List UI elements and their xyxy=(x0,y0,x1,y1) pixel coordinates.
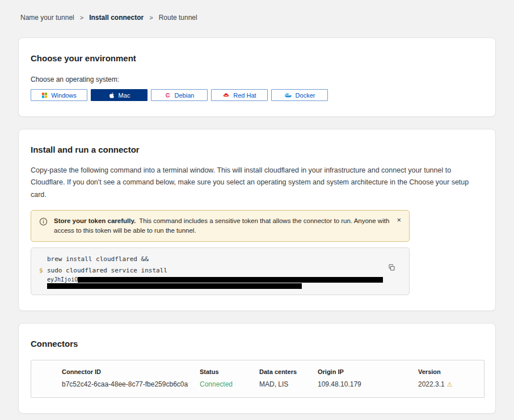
windows-icon xyxy=(41,92,48,98)
data-centers-cell: MAD, LIS xyxy=(259,380,318,388)
redhat-icon xyxy=(222,91,230,99)
header-version: Version xyxy=(418,368,484,375)
version-warning-icon: ⚠ xyxy=(447,381,453,388)
install-card-title: Install and run a connector xyxy=(31,145,483,154)
warning-title: Store your token carefully. xyxy=(54,217,136,224)
os-button-label: Mac xyxy=(119,92,130,99)
install-command-code-block: brew install cloudflared && $ sudo cloud… xyxy=(31,247,410,295)
connectors-card: Connectors Connector ID Status Data cent… xyxy=(18,323,496,414)
redacted-token-bar xyxy=(47,283,302,289)
os-button-windows[interactable]: Windows xyxy=(31,89,87,101)
close-icon[interactable]: × xyxy=(395,216,402,224)
status-badge: Connected xyxy=(200,380,259,388)
header-origin-ip: Origin IP xyxy=(318,368,418,375)
os-button-label: Windows xyxy=(51,92,77,99)
breadcrumb-step-route-tunnel[interactable]: Route tunnel xyxy=(159,14,197,22)
version-cell: 2022.3.1⚠ xyxy=(418,380,484,388)
environment-card: Choose your environment Choose an operat… xyxy=(18,37,496,117)
connector-id-cell: b7c52c42-6caa-48ee-8c77-fbe259cb6c0a xyxy=(62,380,200,388)
header-status: Status xyxy=(200,368,259,375)
code-line-2: sudo cloudflared service install xyxy=(47,265,167,276)
info-icon xyxy=(39,216,48,236)
os-button-label: Debian xyxy=(175,92,195,99)
os-button-docker[interactable]: Docker xyxy=(271,89,328,101)
os-button-debian[interactable]: Debian xyxy=(151,89,208,101)
connectors-table: Connector ID Status Data centers Origin … xyxy=(31,360,484,398)
token-warning-banner: Store your token carefully. This command… xyxy=(31,210,410,242)
redacted-token-bar xyxy=(78,277,383,283)
table-header-row: Connector ID Status Data centers Origin … xyxy=(62,368,484,375)
breadcrumb-step-install-connector[interactable]: Install connector xyxy=(89,14,144,22)
os-button-mac[interactable]: Mac xyxy=(91,89,148,101)
install-description: Copy-paste the following command into a … xyxy=(31,165,483,201)
breadcrumb: Name your tunnel > Install connector > R… xyxy=(0,0,514,22)
breadcrumb-separator: > xyxy=(149,14,153,21)
header-data-centers: Data centers xyxy=(259,368,318,375)
debian-icon xyxy=(165,92,171,99)
code-line-1: brew install cloudflared && xyxy=(47,254,149,265)
table-row: b7c52c42-6caa-48ee-8c77-fbe259cb6c0a Con… xyxy=(62,380,484,388)
os-select-label: Choose an operating system: xyxy=(31,75,483,83)
prompt-spacer xyxy=(39,254,47,265)
origin-ip-cell: 109.48.10.179 xyxy=(318,380,418,388)
breadcrumb-step-name-your-tunnel[interactable]: Name your tunnel xyxy=(20,14,74,22)
version-value: 2022.3.1 xyxy=(418,380,445,388)
os-button-group: Windows Mac Debian xyxy=(31,89,483,101)
os-button-label: Red Hat xyxy=(233,92,256,99)
breadcrumb-separator: > xyxy=(80,14,83,21)
token-line xyxy=(39,283,386,289)
warning-text: Store your token carefully. This command… xyxy=(54,216,389,236)
os-button-redhat[interactable]: Red Hat xyxy=(211,89,268,101)
token-prefix: eyJhIjoiO xyxy=(47,276,78,283)
token-line: eyJhIjoiO xyxy=(39,276,386,283)
os-button-label: Docker xyxy=(296,92,315,99)
environment-card-title: Choose your environment xyxy=(31,53,483,63)
code-line: $ sudo cloudflared service install xyxy=(39,265,386,276)
tunnel-setup-page: Name your tunnel > Install connector > R… xyxy=(0,0,514,420)
install-card: Install and run a connector Copy-paste t… xyxy=(18,129,496,311)
docker-icon xyxy=(284,91,292,99)
apple-icon xyxy=(108,92,115,99)
connectors-card-title: Connectors xyxy=(31,339,483,348)
shell-prompt: $ xyxy=(39,265,47,276)
copy-icon[interactable] xyxy=(388,264,395,271)
header-connector-id: Connector ID xyxy=(62,368,200,375)
code-line: brew install cloudflared && xyxy=(39,254,386,265)
